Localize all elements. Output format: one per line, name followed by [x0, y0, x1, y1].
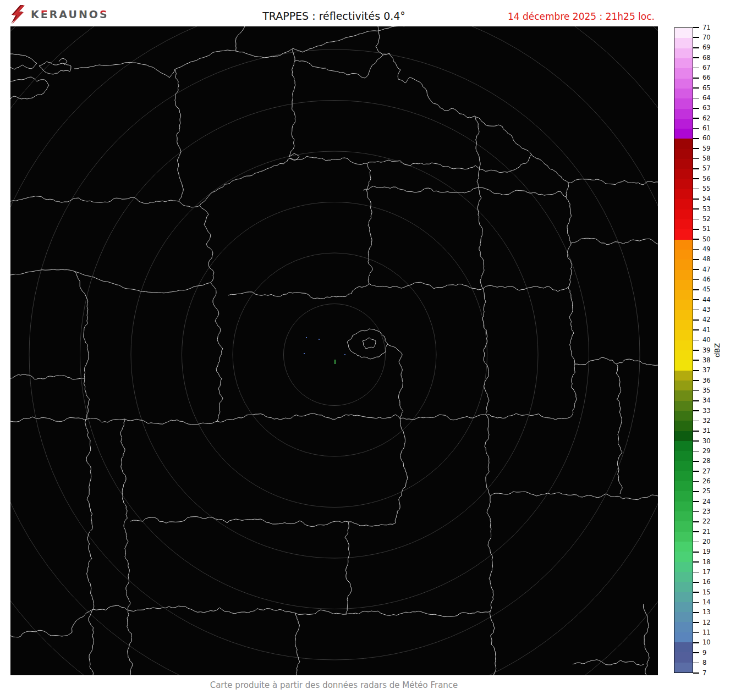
dbz-colorbar: [674, 27, 693, 673]
colorbar-tick-label: 28: [702, 458, 711, 465]
colorbar-segment: [674, 360, 693, 370]
colorbar-tick-label: 71: [702, 25, 711, 31]
colorbar-tick: [693, 410, 699, 411]
department-boundary: [10, 374, 85, 379]
colorbar-tick-label: 16: [702, 579, 711, 586]
colorbar-segment: [674, 663, 693, 673]
colorbar-tick-label: 25: [702, 488, 711, 495]
department-boundary: [616, 364, 622, 494]
source-caption: Carte produite à partir des données rada…: [210, 680, 458, 690]
department-boundary: [398, 362, 407, 491]
department-boundary: [120, 419, 133, 675]
department-boundary: [347, 329, 388, 359]
department-boundary: [388, 344, 402, 362]
colorbar-tick: [693, 199, 699, 200]
department-boundary: [130, 491, 402, 526]
colorbar-segment: [674, 401, 693, 411]
colorbar-segment: [674, 270, 693, 280]
colorbar-segment: [674, 431, 693, 441]
colorbar-segment: [674, 189, 693, 199]
logo-letter: U: [68, 8, 78, 20]
colorbar-segment: [674, 521, 693, 531]
colorbar-segment: [674, 501, 693, 511]
colorbar-segment: [674, 139, 693, 148]
colorbar-tick: [693, 68, 699, 69]
department-boundary: [39, 62, 71, 74]
colorbar-tick-label: 11: [702, 630, 711, 636]
map-title: TRAPPES : réflectivités 0.4°: [262, 10, 405, 22]
colorbar-tick-label: 38: [702, 357, 711, 364]
colorbar-tick: [693, 370, 699, 371]
department-boundary: [363, 186, 566, 197]
colorbar-tick: [693, 390, 699, 392]
logo-text: KERAUNOS: [31, 8, 109, 20]
colorbar-segment: [674, 320, 693, 330]
colorbar-segment: [674, 210, 693, 219]
colorbar-segment: [674, 109, 693, 119]
colorbar-tick-label: 63: [702, 105, 711, 112]
colorbar-segment: [674, 511, 693, 521]
colorbar-tick: [693, 118, 699, 119]
colorbar-tick-label: 61: [702, 125, 711, 132]
colorbar-tick: [693, 47, 699, 48]
colorbar-tick-label: 31: [702, 428, 711, 434]
colorbar-tick-label: 57: [702, 166, 711, 172]
department-boundary: [74, 50, 236, 78]
colorbar-tick-label: 7: [702, 670, 706, 677]
colorbar-tick-label: 26: [702, 478, 711, 485]
colorbar-tick: [693, 178, 699, 179]
radar-echo: [304, 353, 305, 354]
colorbar-segment: [674, 572, 693, 582]
colorbar-segment: [674, 562, 693, 572]
colorbar-tick-label: 62: [702, 115, 711, 122]
colorbar-segment: [674, 260, 693, 269]
department-boundary: [200, 206, 223, 421]
colorbar-tick-label: 49: [702, 246, 711, 253]
colorbar-tick: [693, 642, 699, 643]
colorbar-segment: [674, 602, 693, 612]
colorbar-tick-label: 18: [702, 559, 711, 566]
department-boundary: [490, 492, 658, 500]
department-boundary: [228, 282, 568, 299]
colorbar-tick: [693, 158, 699, 159]
colorbar-segment: [674, 330, 693, 340]
radar-product-image: KERAUNOS TRAPPES : réflectivités 0.4° 14…: [0, 0, 730, 700]
logo-letter: N: [79, 8, 89, 20]
department-boundary: [10, 609, 93, 637]
colorbar-tick-label: 27: [702, 468, 711, 475]
colorbar-tick: [693, 87, 699, 89]
logo-letter: A: [59, 8, 68, 20]
colorbar-tick-label: 47: [702, 267, 711, 273]
colorbar-segment: [674, 159, 693, 169]
department-boundary: [10, 54, 37, 69]
range-ring: [29, 49, 640, 660]
colorbar-tick: [693, 652, 699, 653]
colorbar-segment: [674, 28, 693, 38]
colorbar-tick: [693, 673, 699, 674]
colorbar-tick: [693, 148, 699, 149]
colorbar-tick: [693, 481, 699, 482]
colorbar-tick: [693, 521, 699, 522]
department-boundary: [10, 77, 49, 99]
colorbar-segment: [674, 481, 693, 491]
colorbar-tick-label: 69: [702, 45, 711, 51]
colorbar-segment: [674, 532, 693, 542]
department-boundary: [295, 613, 300, 675]
department-boundary: [575, 357, 658, 365]
department-boundary: [376, 26, 539, 159]
colorbar-tick: [693, 511, 699, 512]
department-boundary: [175, 69, 200, 207]
department-boundary: [10, 196, 179, 204]
colorbar-tick-label: 30: [702, 438, 711, 445]
colorbar-tick-label: 29: [702, 448, 711, 455]
colorbar-tick-label: 50: [702, 236, 711, 243]
colorbar-tick: [693, 168, 699, 169]
range-ring: [10, 26, 658, 675]
department-boundary: [217, 414, 573, 422]
colorbar-segment: [674, 48, 693, 58]
colorbar-tick-label: 66: [702, 75, 711, 81]
colorbar-segment: [674, 129, 693, 139]
colorbar-segment: [674, 632, 693, 642]
colorbar-tick-label: 45: [702, 286, 711, 293]
colorbar-tick-label: 23: [702, 509, 711, 515]
